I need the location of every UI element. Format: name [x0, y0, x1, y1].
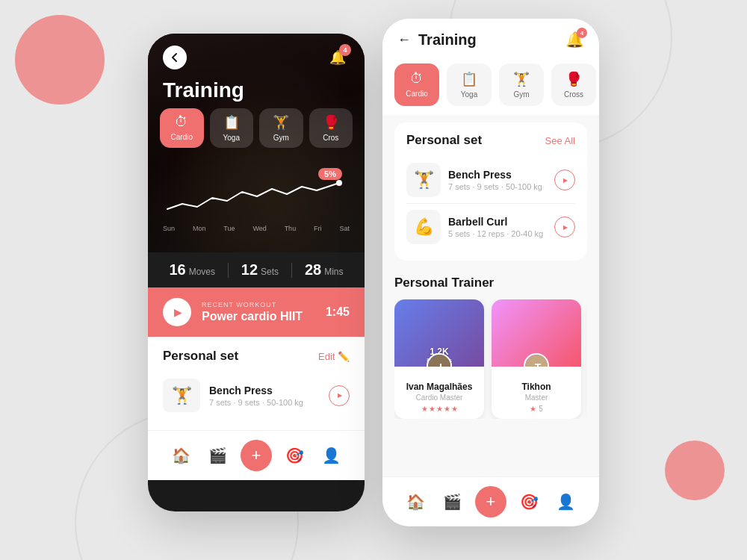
see-all-button[interactable]: See All	[545, 135, 575, 146]
light-tab-cardio[interactable]: ⏱ Cardio	[394, 63, 439, 106]
bg-decoration-2	[665, 441, 725, 500]
chart-area: 5% Sun Mon Tue Wed Thu Fri Sat	[148, 168, 365, 243]
cross-label: Cros	[323, 134, 338, 142]
moves-number: 16	[169, 261, 185, 279]
yoga-label: Yoga	[223, 134, 240, 142]
workout-info: RECENT WORKOUT Power cardio HIIT	[202, 301, 315, 323]
stat-divider-2	[291, 263, 292, 278]
phone-dark: 🔔 4 Training ⏱ Cardio 📋 Yoga 🏋 Gym	[148, 34, 365, 511]
ivan-info: Ivan Magalhães Cardio Master ★ ★ ★ ★ ★	[394, 367, 484, 419]
light-home-icon: 🏠	[406, 493, 425, 511]
light-personal-set-header: Personal set See All	[406, 133, 575, 148]
tikhon-stars: ★ 5	[498, 405, 575, 413]
exercise-item-bench: 🏋 Bench Press 7 sets · 9 sets · 50-100 k…	[163, 373, 350, 418]
trainer-cards: 1.2K Followers I Ivan Magalhães Cardio M…	[394, 299, 587, 419]
light-barbell-name: Barbell Curl	[448, 216, 547, 228]
trainer-card-ivan[interactable]: 1.2K Followers I Ivan Magalhães Cardio M…	[394, 299, 484, 419]
personal-set-title: Personal set	[163, 349, 238, 364]
light-bench-info: Bench Press 7 sets · 9 sets · 50-100 kg	[448, 169, 547, 191]
light-bench-image: 🏋	[406, 163, 441, 197]
workout-time: 1:45	[326, 305, 350, 319]
nav-home[interactable]: 🏠	[167, 442, 194, 469]
light-page-title: Training	[418, 31, 477, 49]
trainer-card-tikhon[interactable]: T Tikhon Master ★ 5	[492, 299, 581, 419]
light-nav-home[interactable]: 🏠	[402, 488, 429, 515]
svg-point-0	[336, 180, 342, 186]
category-tab-gym[interactable]: 🏋 Gym	[259, 108, 303, 148]
day-thu: Thu	[285, 225, 297, 232]
light-bottom-nav: 🏠 🎬 + 🎯 👤	[382, 476, 599, 526]
nav-add-button[interactable]: +	[241, 440, 272, 471]
light-tab-yoga[interactable]: 📋 Yoga	[447, 63, 492, 106]
edit-button[interactable]: Edit ✏️	[318, 351, 350, 362]
light-profile-icon: 👤	[557, 493, 575, 511]
light-nav-video[interactable]: 🎬	[438, 488, 465, 515]
light-video-icon: 🎬	[443, 493, 462, 511]
workout-name: Power cardio HIIT	[202, 310, 315, 323]
star-2: ★	[429, 405, 436, 413]
trainer-section-title: Personal Trainer	[394, 276, 494, 290]
tikhon-star-1: ★	[530, 405, 536, 413]
light-cardio-label: Cardio	[406, 90, 427, 98]
hero-overlay	[148, 34, 365, 287]
tikhon-stars-count: 5	[539, 405, 543, 413]
tikhon-info: Tikhon Master ★ 5	[492, 367, 581, 419]
tikhon-name: Tikhon	[498, 382, 575, 392]
yoga-icon: 📋	[223, 114, 240, 131]
nav-video[interactable]: 🎬	[204, 442, 231, 469]
hero-section: 🔔 4 Training ⏱ Cardio 📋 Yoga 🏋 Gym	[148, 34, 365, 287]
category-tabs: ⏱ Cardio 📋 Yoga 🏋 Gym 🥊 Cros	[160, 108, 353, 148]
light-target-icon: 🎯	[520, 493, 539, 511]
chart-percent: 5%	[318, 168, 342, 180]
light-barbell-play-button[interactable]: ▶	[554, 217, 575, 237]
light-tab-cross[interactable]: 🥊 Cross	[551, 63, 596, 106]
day-sun: Sun	[163, 225, 175, 232]
light-bench-play-button[interactable]: ▶	[554, 169, 575, 190]
category-tab-cross[interactable]: 🥊 Cros	[309, 108, 353, 148]
light-play-icon-1: ▶	[563, 177, 568, 184]
trainer-section: Personal Trainer 1.2K Followers I	[382, 268, 599, 426]
workout-play-button[interactable]: ▶	[163, 298, 191, 326]
light-cardio-icon: ⏱	[410, 71, 424, 87]
bg-decoration-1	[15, 15, 105, 105]
light-nav-profile[interactable]: 👤	[553, 488, 580, 515]
light-header-left: ← Training	[397, 31, 477, 49]
day-fri: Fri	[314, 225, 322, 232]
category-tab-yoga[interactable]: 📋 Yoga	[210, 108, 254, 148]
star-1: ★	[421, 405, 428, 413]
nav-target[interactable]: 🎯	[282, 442, 309, 469]
tikhon-avatar: T	[524, 353, 549, 367]
page-title: Training	[163, 78, 244, 102]
ivan-avatar-circle: I	[428, 355, 452, 367]
trainer-section-header: Personal Trainer	[394, 276, 587, 290]
personal-set-header: Personal set Edit ✏️	[163, 349, 350, 364]
bench-press-info: Bench Press 7 sets · 9 sets · 50-100 kg	[209, 385, 320, 407]
category-tab-cardio[interactable]: ⏱ Cardio	[160, 108, 204, 148]
bench-press-image: 🏋	[163, 379, 200, 412]
bottom-nav: 🏠 🎬 + 🎯 👤	[148, 430, 365, 480]
bench-press-play-button[interactable]: ▶	[329, 385, 350, 406]
light-barbell-image: 💪	[406, 210, 441, 244]
mins-label: Mins	[324, 267, 343, 277]
nav-profile[interactable]: 👤	[318, 442, 345, 469]
light-category-tabs: ⏱ Cardio 📋 Yoga 🏋 Gym 🥊 Cross	[382, 57, 599, 115]
sets-label: Sets	[261, 267, 279, 277]
sets-number: 12	[241, 261, 258, 279]
light-nav-add-button[interactable]: +	[475, 486, 506, 517]
stat-moves: 16 Moves	[169, 261, 215, 279]
phone-light: ← Training 🔔 4 ⏱ Cardio 📋 Yoga 🏋 Gym	[382, 19, 599, 526]
light-notification-button[interactable]: 🔔 4	[565, 31, 584, 49]
play-icon: ▶	[174, 306, 182, 318]
light-nav-target[interactable]: 🎯	[516, 488, 543, 515]
light-header: ← Training 🔔 4	[382, 19, 599, 57]
light-exercise-bench: 🏋 Bench Press 7 sets · 9 sets · 50-100 k…	[406, 157, 575, 203]
light-exercise-barbell: 💪 Barbell Curl 5 sets · 12 reps · 20-40 …	[406, 203, 575, 250]
light-tab-gym[interactable]: 🏋 Gym	[499, 63, 544, 106]
notification-button[interactable]: 🔔 4	[326, 46, 350, 69]
star-4: ★	[444, 405, 450, 413]
light-back-button[interactable]: ←	[397, 32, 411, 48]
star-5: ★	[451, 405, 458, 413]
back-button[interactable]	[163, 46, 187, 69]
light-play-icon-2: ▶	[563, 224, 568, 231]
home-icon: 🏠	[172, 447, 190, 464]
